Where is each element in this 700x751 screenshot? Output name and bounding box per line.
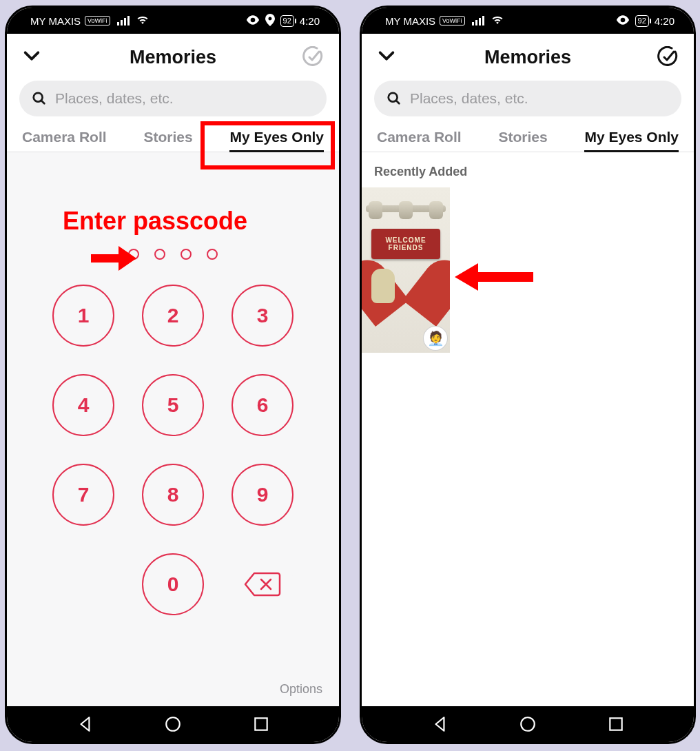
visibility-icon <box>246 15 260 27</box>
memories-header: Memories <box>362 34 694 81</box>
bitmoji-avatar: 🧑‍💼 <box>424 327 447 350</box>
android-navbar <box>7 706 339 742</box>
sign-text: WELCOME <box>385 236 426 244</box>
battery-indicator: 92 <box>280 15 294 27</box>
wifi-icon <box>136 15 149 27</box>
wifi-icon <box>491 15 504 27</box>
key-9[interactable]: 9 <box>231 464 294 526</box>
status-bar: MY MAXIS VoWiFi <box>7 8 339 34</box>
sign-decor: WELCOME FRIENDS <box>371 229 440 259</box>
passcode-dot <box>154 249 165 260</box>
passcode-panel: 1 2 3 4 5 6 7 8 9 0 <box>7 152 339 706</box>
nav-back-button[interactable] <box>431 714 450 734</box>
passcode-dot <box>207 249 218 260</box>
memory-thumbnail[interactable]: WELCOME FRIENDS 🧑‍💼 <box>362 187 450 353</box>
vowifi-badge: VoWiFi <box>440 16 465 25</box>
nav-recent-button[interactable] <box>251 714 271 734</box>
battery-indicator: 92 <box>635 15 649 27</box>
carrier-label: MY MAXIS <box>385 15 435 27</box>
key-6[interactable]: 6 <box>231 374 294 436</box>
collapse-button[interactable] <box>22 46 44 68</box>
passcode-dot <box>128 249 139 260</box>
memories-tabs: Camera Roll Stories My Eyes Only <box>7 116 339 152</box>
select-button[interactable] <box>657 46 679 68</box>
vowifi-badge: VoWiFi <box>85 16 110 25</box>
recently-added-section: Recently Added WELCOME FRIENDS 🧑‍💼 <box>362 152 694 353</box>
page-title: Memories <box>484 47 571 68</box>
passcode-keypad: 1 2 3 4 5 6 7 8 9 0 <box>7 285 339 615</box>
signal-icon <box>117 16 130 25</box>
search-field[interactable] <box>19 81 327 116</box>
svg-point-4 <box>521 717 535 731</box>
tab-camera-roll[interactable]: Camera Roll <box>377 129 462 152</box>
status-bar: MY MAXIS VoWiFi 92 <box>362 8 694 34</box>
search-input[interactable] <box>55 90 314 107</box>
key-0[interactable]: 0 <box>142 553 204 615</box>
passcode-dot <box>181 249 192 260</box>
location-icon <box>265 14 275 28</box>
key-1[interactable]: 1 <box>52 285 114 347</box>
tab-my-eyes-only[interactable]: My Eyes Only <box>229 129 324 152</box>
key-3[interactable]: 3 <box>231 285 294 347</box>
search-field[interactable] <box>374 81 681 116</box>
clock-label: 4:20 <box>300 15 320 27</box>
signal-icon <box>472 16 484 25</box>
android-navbar <box>362 706 694 742</box>
tab-stories[interactable]: Stories <box>498 129 547 152</box>
key-backspace[interactable]: ⌫ <box>231 553 294 615</box>
svg-rect-2 <box>255 718 267 730</box>
clock-label: 4:20 <box>655 15 675 27</box>
key-7[interactable]: 7 <box>52 464 114 526</box>
nav-recent-button[interactable] <box>606 714 626 734</box>
section-title: Recently Added <box>362 165 694 187</box>
tab-camera-roll[interactable]: Camera Roll <box>22 129 107 152</box>
key-2[interactable]: 2 <box>142 285 204 347</box>
search-icon <box>32 91 47 106</box>
nav-home-button[interactable] <box>518 714 537 734</box>
key-blank <box>52 553 114 615</box>
tab-stories[interactable]: Stories <box>143 129 192 152</box>
passcode-dots <box>7 249 339 260</box>
collapse-button[interactable] <box>377 46 399 68</box>
search-icon <box>387 91 402 106</box>
memories-header: Memories <box>7 34 339 81</box>
search-input[interactable] <box>410 90 669 107</box>
memories-tabs: Camera Roll Stories My Eyes Only <box>362 116 694 152</box>
nav-back-button[interactable] <box>76 714 95 734</box>
key-5[interactable]: 5 <box>142 374 204 436</box>
carrier-label: MY MAXIS <box>30 15 81 27</box>
key-4[interactable]: 4 <box>52 374 114 436</box>
tab-my-eyes-only[interactable]: My Eyes Only <box>584 129 679 152</box>
svg-point-1 <box>166 717 180 731</box>
sign-text: FRIENDS <box>389 244 424 251</box>
phone-screenshot-left: MY MAXIS VoWiFi <box>5 6 341 744</box>
angel-decor <box>371 269 395 303</box>
visibility-icon <box>616 15 630 27</box>
key-8[interactable]: 8 <box>142 464 204 526</box>
select-button[interactable] <box>302 46 324 68</box>
page-title: Memories <box>130 47 216 68</box>
passcode-options-link[interactable]: Options <box>280 682 322 697</box>
phone-screenshot-right: MY MAXIS VoWiFi 92 <box>360 6 696 744</box>
svg-rect-5 <box>610 718 621 730</box>
nav-home-button[interactable] <box>163 714 183 734</box>
